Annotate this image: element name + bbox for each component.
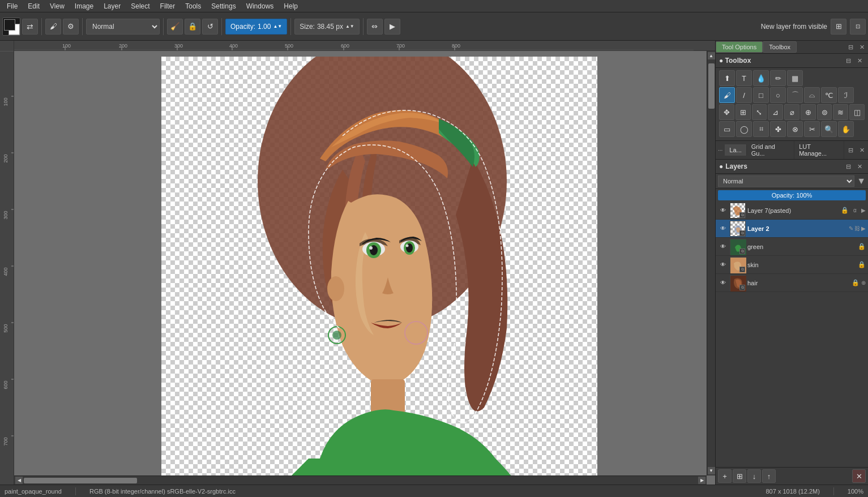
toolbox-detach[interactable]: ⊟ [843, 55, 853, 66]
size-stepper[interactable]: ▲▼ [345, 24, 354, 29]
opacity-control[interactable]: Opacity: 1.00 ▲▼ [225, 19, 287, 35]
layer-mode-expand[interactable]: ▼ [857, 176, 866, 186]
tool-free-select[interactable]: ⌗ [753, 121, 769, 137]
menu-view[interactable]: View [45, 1, 69, 11]
toolbox-close[interactable]: ✕ [854, 55, 865, 66]
tab-toolbox[interactable]: Toolbox [763, 41, 797, 53]
tool-scissors[interactable]: ✂ [804, 121, 820, 137]
tool-arrow[interactable]: ⬆ [719, 70, 735, 86]
tab-grid[interactable]: Grid and Gu... [747, 141, 794, 159]
tool-line[interactable]: / [736, 87, 752, 103]
menu-image[interactable]: Image [70, 1, 98, 11]
tool-eyedrop[interactable]: 💧 [753, 70, 769, 86]
tool-pencil[interactable]: ✏ [770, 70, 786, 86]
tool-erase[interactable]: ◫ [849, 104, 865, 120]
layer-expand-0[interactable]: ▶ [861, 207, 866, 213]
menu-file[interactable]: File [2, 1, 22, 11]
delete-layer-btn[interactable]: ✕ [852, 469, 866, 483]
layer-edit-1[interactable]: ✎ [849, 225, 853, 232]
tab-lut[interactable]: LUT Manage... [794, 141, 844, 159]
vertical-scrollbar[interactable]: ▲ ▼ [707, 51, 715, 475]
tool-heal[interactable]: ⊕ [801, 104, 816, 120]
tool-text[interactable]: T [736, 70, 752, 86]
scroll-right-button[interactable]: ▶ [698, 477, 705, 484]
layer-item-3[interactable]: 👁 ⧉ skin 🔒 [716, 256, 868, 274]
lock-alpha[interactable]: 🔒 [185, 19, 200, 35]
tool-rect-draw[interactable]: □ [753, 87, 769, 103]
scroll-up-button[interactable]: ▲ [708, 52, 715, 59]
layer-eye-1[interactable]: 👁 [718, 224, 728, 234]
layers-panel-close2[interactable]: ✕ [854, 161, 865, 172]
layers-close[interactable]: ✕ [857, 145, 867, 155]
layer-opacity-bar[interactable]: Opacity: 100% [718, 190, 866, 200]
layers-panel-detach2[interactable]: ⊟ [843, 161, 853, 172]
blend-mode-select[interactable]: Normal [86, 19, 160, 35]
scroll-thumb-v[interactable] [708, 63, 715, 109]
tool-hatch[interactable]: ▦ [787, 70, 803, 86]
tool-rect-select[interactable]: ▭ [719, 121, 735, 137]
tool-smudge[interactable]: ≋ [833, 104, 848, 120]
layer-lock-4[interactable]: 🔒 [852, 279, 860, 286]
menu-help[interactable]: Help [279, 1, 302, 11]
layer-eye-0[interactable]: 👁 [718, 205, 728, 216]
paint-eraser[interactable]: 🧹 [167, 19, 183, 35]
tool-calligraphy[interactable]: ℃ [821, 87, 837, 103]
layer-mode-select[interactable]: Normal [718, 175, 854, 187]
layer-down-btn[interactable]: ↓ [747, 469, 761, 483]
tool-ellipse-select[interactable]: ◯ [736, 121, 752, 137]
layer-item-1[interactable]: 👁 ⧉ Layer 2 ✎ ⛓ ▶ [716, 220, 868, 238]
scroll-thumb-h[interactable] [24, 478, 137, 483]
toolbar-expand[interactable]: ⊡ [850, 19, 866, 35]
tool-inking[interactable]: ℐ [838, 87, 854, 103]
foreground-color[interactable] [2, 18, 20, 36]
layer-item-0[interactable]: 👁 ⧉ Layer 7(pasted) 🔒 α ▶ [716, 202, 868, 220]
layers-detach[interactable]: ⊟ [845, 145, 856, 155]
tool-align[interactable]: ⊞ [736, 104, 751, 120]
layer-extra-4[interactable]: ⊕ [861, 280, 866, 286]
menu-select[interactable]: Select [126, 1, 154, 11]
swap-colors[interactable]: ⇄ [22, 19, 38, 35]
layer-up-btn[interactable]: ↑ [762, 469, 776, 483]
tool-options-toggle[interactable]: ⚙ [63, 19, 79, 35]
tool-zoom[interactable]: 🔍 [821, 121, 837, 137]
tool-scale[interactable]: ⤡ [752, 104, 767, 120]
layer-item-2[interactable]: 👁 ⧉ green 🔒 [716, 238, 868, 256]
new-layer-button[interactable]: ⊞ [831, 19, 846, 35]
tool-bezier[interactable]: ⌓ [804, 87, 820, 103]
tab-tool-options[interactable]: Tool Options [716, 41, 763, 53]
menu-tools[interactable]: Tools [181, 1, 206, 11]
layer-item-4[interactable]: 👁 ⧉ hair 🔒 ⊕ [716, 274, 868, 292]
layer-lock-2[interactable]: 🔒 [858, 243, 866, 250]
tool-presets[interactable]: 🖌 [45, 19, 61, 35]
reset-tool[interactable]: ↺ [202, 19, 218, 35]
layer-eye-2[interactable]: 👁 [718, 242, 728, 252]
tool-warp[interactable]: ⌀ [784, 104, 799, 120]
menu-settings[interactable]: Settings [207, 1, 240, 11]
tool-paintbrush[interactable]: 🖌 [719, 87, 735, 103]
opacity-stepper[interactable]: ▲▼ [273, 24, 282, 29]
new-layer-btn[interactable]: + [718, 469, 732, 483]
scroll-left-button[interactable]: ◀ [15, 477, 23, 484]
menu-layer[interactable]: Layer [99, 1, 125, 11]
tool-clone[interactable]: ⊚ [817, 104, 832, 120]
tool-fuzzy-select[interactable]: ✤ [770, 121, 786, 137]
layer-lock-0[interactable]: 🔒 [841, 207, 849, 214]
tool-hand[interactable]: ✋ [838, 121, 854, 137]
new-group-btn[interactable]: ⊞ [733, 469, 746, 483]
layer-expand-1[interactable]: ▶ [861, 225, 866, 232]
layer-eye-4[interactable]: 👁 [718, 278, 728, 288]
panel-detach[interactable]: ⊟ [845, 42, 856, 52]
layer-eye-3[interactable]: 👁 [718, 260, 728, 270]
menu-filter[interactable]: Filter [156, 1, 180, 11]
flip-h[interactable]: ⇔ [367, 19, 383, 35]
canvas-area[interactable]: ▲ ▼ ◀ ▶ [14, 51, 715, 485]
horizontal-scrollbar[interactable]: ◀ ▶ [14, 475, 707, 485]
menu-edit[interactable]: Edit [23, 1, 44, 11]
size-control[interactable]: Size: 38.45 px ▲▼ [294, 19, 360, 35]
layer-chain-1[interactable]: ⛓ [854, 225, 860, 232]
tool-ellipse-draw[interactable]: ○ [770, 87, 786, 103]
layer-lock-3[interactable]: 🔒 [858, 261, 866, 268]
panel-close[interactable]: ✕ [857, 42, 867, 52]
menu-windows[interactable]: Windows [242, 1, 279, 11]
tool-move[interactable]: ✥ [719, 104, 734, 120]
